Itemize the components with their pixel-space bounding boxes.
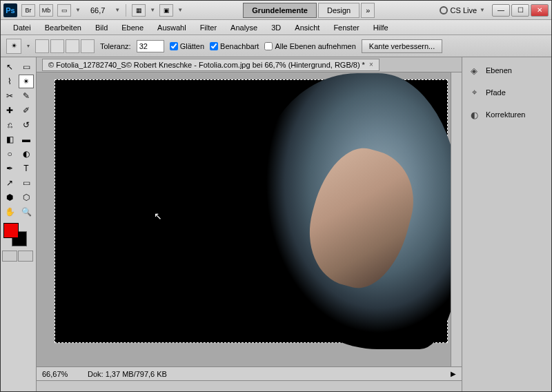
magic-wand-tool[interactable]: ✴: [19, 75, 34, 88]
crop-tool[interactable]: ✂: [2, 89, 17, 103]
dodge-tool[interactable]: ◐: [19, 147, 34, 161]
benachbart-checkbox[interactable]: Benachbart: [210, 42, 259, 50]
stamp-tool[interactable]: ⎌: [2, 118, 17, 132]
3d-camera-tool[interactable]: ⬡: [19, 190, 34, 204]
zoom-tool[interactable]: 🔍: [19, 205, 34, 219]
chevron-down-icon[interactable]: ▼: [75, 7, 81, 13]
current-tool-icon[interactable]: ✴: [6, 39, 21, 54]
menu-hilfe[interactable]: Hilfe: [366, 21, 395, 34]
arrange-button[interactable]: ▦: [132, 4, 146, 17]
screen-mode-button[interactable]: ▣: [159, 4, 173, 17]
canvas-area[interactable]: ↖: [37, 72, 462, 366]
document-tab-bar: © Fotolia_12782740_S© Robert Kneschke - …: [37, 57, 462, 72]
minimize-button[interactable]: —: [492, 4, 510, 17]
cs-live-label: CS Live: [451, 6, 477, 14]
chevron-down-icon[interactable]: ▼: [177, 7, 183, 13]
status-doc-info[interactable]: Dok: 1,37 MB/797,6 KB: [88, 370, 167, 378]
cs-live-icon: [440, 6, 448, 14]
workspace-more[interactable]: »: [361, 3, 375, 18]
status-zoom[interactable]: 66,67%: [42, 370, 79, 378]
quick-mask-toggle[interactable]: [2, 251, 17, 262]
toleranz-input[interactable]: [137, 40, 164, 52]
move-tool[interactable]: ↖: [2, 60, 17, 74]
menu-3d[interactable]: 3D: [264, 21, 288, 34]
maximize-button[interactable]: ☐: [511, 4, 529, 17]
menu-fenster[interactable]: Fenster: [326, 21, 366, 34]
3d-tool[interactable]: ⬢: [2, 190, 17, 204]
foreground-color-swatch[interactable]: [3, 223, 19, 238]
brush-tool[interactable]: ✐: [19, 104, 34, 117]
menu-filter[interactable]: Filter: [193, 21, 224, 34]
workspace-grundelemente[interactable]: Grundelemente: [243, 3, 317, 18]
toleranz-label: Toleranz:: [100, 42, 131, 50]
minibridge-button[interactable]: Mb: [39, 4, 53, 17]
healing-tool[interactable]: ✚: [2, 104, 17, 117]
pen-tool[interactable]: ✒: [2, 161, 17, 175]
cursor-icon: ↖: [154, 210, 162, 222]
history-brush-tool[interactable]: ↺: [19, 118, 34, 132]
cs-live-button[interactable]: CS Live ▼: [435, 5, 489, 16]
type-tool[interactable]: T: [19, 161, 34, 175]
selection-subtract-icon[interactable]: [66, 39, 79, 53]
canvas[interactable]: [55, 79, 448, 343]
view-extras-button[interactable]: ▭: [57, 4, 71, 17]
menu-bild[interactable]: Bild: [88, 21, 115, 34]
panel-pfade[interactable]: ⌖ Pfade: [465, 82, 549, 103]
panel-label: Ebenen: [486, 66, 512, 75]
vertical-scrollbar[interactable]: [451, 72, 462, 366]
close-button[interactable]: ✕: [531, 4, 549, 17]
zoom-display[interactable]: 66,7: [85, 6, 110, 14]
marquee-tool[interactable]: ▭: [19, 60, 34, 74]
panel-label: Pfade: [486, 88, 506, 97]
panel-korrekturen[interactable]: ◐ Korrekturen: [465, 104, 549, 125]
title-bar: Ps Br Mb ▭ ▼ 66,7 ▼ ▦ ▼ ▣ ▼ Grundelement…: [1, 1, 551, 20]
toolbox: ↖ ▭ ⌇ ✴ ✂ ✎ ✚ ✐ ⎌ ↺ ◧ ▬ ○ ◐ ✒ T ↗ ▭ ⬢ ⬡: [1, 57, 37, 391]
color-swatches[interactable]: [2, 223, 34, 248]
chevron-down-icon: ▼: [480, 7, 485, 13]
eyedropper-tool[interactable]: ✎: [19, 89, 34, 103]
menu-bar: Datei Bearbeiten Bild Ebene Auswahl Filt…: [1, 20, 551, 35]
alle-ebenen-checkbox[interactable]: Alle Ebenen aufnehmen: [264, 42, 355, 50]
menu-auswahl[interactable]: Auswahl: [150, 21, 193, 34]
selection-intersect-icon[interactable]: [81, 39, 95, 53]
image-content: [254, 80, 447, 344]
panel-ebenen[interactable]: ◈ Ebenen: [465, 60, 549, 81]
menu-bearbeiten[interactable]: Bearbeiten: [38, 21, 88, 34]
hand-tool[interactable]: ✋: [2, 205, 17, 219]
options-bar: ✴ ▾ Toleranz: Glätten Benachbart Alle Eb…: [1, 35, 551, 57]
chevron-down-icon[interactable]: ▾: [27, 43, 30, 49]
workspace-design[interactable]: Design: [318, 3, 359, 18]
photoshop-logo-icon: Ps: [3, 3, 17, 17]
document-tab-title: © Fotolia_12782740_S© Robert Kneschke - …: [48, 61, 365, 69]
chevron-down-icon[interactable]: ▼: [150, 7, 155, 13]
blur-tool[interactable]: ○: [2, 147, 17, 161]
panel-label: Korrekturen: [486, 110, 525, 119]
eraser-tool[interactable]: ◧: [2, 133, 17, 146]
selection-add-icon[interactable]: [50, 39, 64, 53]
chevron-down-icon[interactable]: ▼: [115, 7, 120, 13]
screen-mode-toggle[interactable]: [18, 251, 33, 262]
glaetten-checkbox[interactable]: Glätten: [170, 42, 204, 50]
kante-verbessern-button[interactable]: Kante verbessern...: [362, 39, 442, 53]
menu-ansicht[interactable]: Ansicht: [288, 21, 326, 34]
panel-dock: ◈ Ebenen ⌖ Pfade ◐ Korrekturen: [462, 57, 551, 391]
gradient-tool[interactable]: ▬: [19, 133, 34, 146]
selection-new-icon[interactable]: [35, 39, 49, 53]
status-bar: 66,67% Dok: 1,37 MB/797,6 KB ▶: [37, 366, 462, 380]
lasso-tool[interactable]: ⌇: [2, 75, 17, 88]
menu-datei[interactable]: Datei: [6, 21, 38, 34]
menu-ebene[interactable]: Ebene: [115, 21, 150, 34]
shape-tool[interactable]: ▭: [19, 176, 34, 190]
menu-analyse[interactable]: Analyse: [224, 21, 264, 34]
document-tab[interactable]: © Fotolia_12782740_S© Robert Kneschke - …: [42, 59, 379, 71]
adjustments-icon: ◐: [468, 108, 480, 121]
path-select-tool[interactable]: ↗: [2, 176, 17, 190]
bridge-button[interactable]: Br: [21, 4, 35, 17]
status-arrow-icon[interactable]: ▶: [451, 370, 456, 378]
horizontal-scrollbar[interactable]: [37, 380, 462, 391]
layers-icon: ◈: [468, 64, 480, 77]
paths-icon: ⌖: [468, 86, 480, 99]
close-tab-icon[interactable]: ×: [369, 61, 373, 68]
